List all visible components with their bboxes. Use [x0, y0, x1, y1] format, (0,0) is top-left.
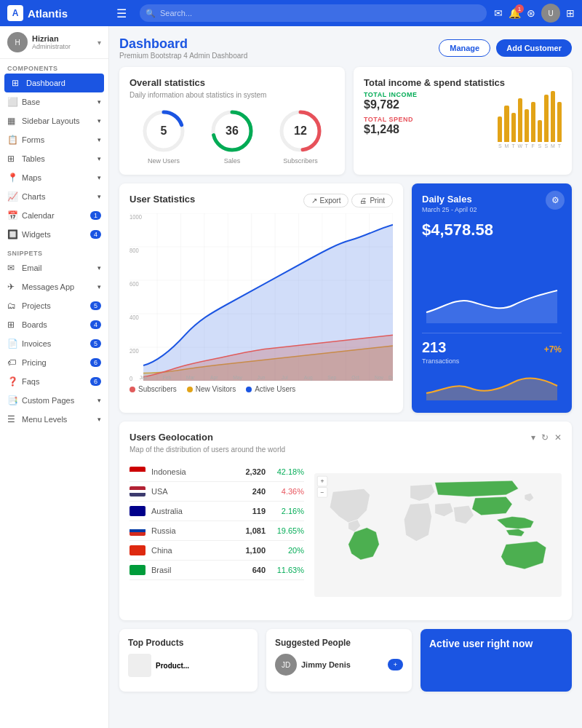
stat-circles: 5 New Users 36 Sales [129, 108, 335, 165]
export-button[interactable]: ↗ Export [303, 194, 349, 207]
app-brand[interactable]: A Atlantis [7, 5, 116, 21]
layers-nav-icon[interactable]: ⊛ [527, 7, 535, 19]
logo-letter: A [12, 8, 19, 18]
daily-sales-card: ⚙ Daily Sales March 25 - April 02 $4,578… [412, 183, 572, 413]
sidebar-item-widgets-label: Widgets [22, 230, 51, 239]
income-content: TOTAL INCOME $9,782 TOTAL SPEND $1,248 S… [364, 91, 562, 149]
sidebar-item-custom-pages[interactable]: 📑 Custom Pages ▾ [0, 391, 108, 410]
svg-text:Jan: Jan [140, 375, 148, 380]
daily-sales-date: March 25 - April 02 [422, 206, 562, 213]
bar-label-item: T [525, 143, 529, 149]
stats-row: Overall statistics Daily information abo… [119, 67, 572, 175]
messages-app-arrow-icon: ▾ [97, 283, 101, 290]
user-stats-buttons: ↗ Export 🖨 Print [303, 194, 393, 207]
sidebar-user-arrow: ▾ [97, 39, 101, 47]
bar-label-item: S [498, 143, 502, 149]
sidebar-item-boards[interactable]: ⊞ Boards 4 [0, 315, 108, 334]
sidebar-item-messages-app[interactable]: ✈ Messages App ▾ [0, 277, 108, 296]
country-australia: Australia [151, 507, 231, 515]
email-nav-icon[interactable]: ✉ [494, 7, 503, 19]
user-avatar[interactable]: U [541, 4, 560, 23]
total-spend-value: $1,248 [364, 123, 489, 136]
sidebar-item-tables[interactable]: ⊞ Tables ▾ [0, 149, 108, 168]
overall-stats-title: Overall statistics [129, 77, 335, 88]
sidebar-item-maps[interactable]: 📍 Maps ▾ [0, 168, 108, 187]
bar-item [544, 95, 549, 142]
app-logo: A [7, 5, 23, 21]
bar-item [498, 116, 502, 142]
custom-pages-arrow-icon: ▾ [97, 397, 101, 404]
notification-nav-icon[interactable]: 🔔 1 [509, 7, 521, 19]
transactions-change: +7% [544, 344, 562, 355]
subscribers-label: Subscribers [283, 157, 318, 165]
sidebar-item-base[interactable]: ⬜ Base ▾ [0, 92, 108, 111]
forms-icon: 📋 [7, 135, 17, 145]
pct-usa: 4.36% [271, 487, 304, 496]
top-navbar: A Atlantis ☰ 🔍 ✉ 🔔 1 ⊛ U ⊞ [0, 0, 582, 26]
sidebar-item-pricing[interactable]: 🏷 Pricing 6 [0, 353, 108, 372]
search-input[interactable] [140, 4, 487, 22]
search-bar[interactable]: 🔍 [140, 4, 487, 22]
sales-value: 36 [226, 124, 239, 138]
geolocation-card: Users Geolocation ▾ ↻ ✕ Map of the distr… [119, 422, 572, 620]
geo-row-australia: Australia 119 2.16% [129, 502, 304, 521]
geo-collapse-icon[interactable]: ▾ [531, 432, 535, 443]
manage-button[interactable]: Manage [439, 39, 490, 57]
country-brasil: Brasil [151, 566, 231, 574]
sidebar-item-widgets[interactable]: 🔲 Widgets 4 [0, 225, 108, 244]
email-arrow-icon: ▾ [97, 264, 101, 272]
sidebar-item-calendar[interactable]: 📅 Calendar 1 [0, 206, 108, 225]
country-indonesia: Indonesia [151, 467, 231, 476]
legend-new-visitors-dot [187, 387, 193, 392]
grid-nav-icon[interactable]: ⊞ [566, 7, 575, 19]
hamburger-icon[interactable]: ☰ [116, 7, 127, 20]
legend-active-users: Active Users [246, 385, 295, 393]
header-buttons: Manage Add Customer [439, 39, 572, 57]
sidebar-user[interactable]: H Hizrian Administrator ▾ [0, 26, 108, 59]
sidebar-item-email[interactable]: ✉ Email ▾ [0, 258, 108, 277]
svg-text:200: 200 [129, 348, 139, 355]
sidebar-item-email-label: Email [22, 264, 42, 272]
messages-app-icon: ✈ [7, 282, 17, 292]
sidebar-item-forms[interactable]: 📋 Forms ▾ [0, 130, 108, 149]
subscribers-circle: 12 [277, 108, 324, 154]
count-russia: 1,081 [236, 526, 266, 535]
transactions-row: 213 +7% [422, 339, 562, 356]
sidebar-item-invoices[interactable]: 📄 Invoices 5 [0, 334, 108, 353]
invoices-icon: 📄 [7, 339, 17, 349]
faqs-icon: ❓ [7, 376, 17, 387]
charts-icon: 📈 [7, 191, 17, 202]
count-usa: 240 [236, 487, 266, 496]
bar-label-item: T [557, 143, 562, 149]
product-item-1: Product... [128, 654, 249, 677]
top-products-title: Top Products [128, 638, 249, 648]
sidebar-item-charts[interactable]: 📈 Charts ▾ [0, 187, 108, 206]
product-name-1: Product... [156, 662, 189, 670]
sidebar-item-sidebar-layouts[interactable]: ▦ Sidebar Layouts ▾ [0, 111, 108, 130]
pct-china: 20% [271, 546, 304, 555]
page-title: Dashboard [119, 36, 247, 52]
sidebar-item-menu-levels[interactable]: ☰ Menu Levels ▾ [0, 410, 108, 429]
print-button[interactable]: 🖨 Print [351, 194, 393, 207]
sidebar-item-projects[interactable]: 🗂 Projects 5 [0, 296, 108, 315]
transactions-count: 213 [422, 339, 446, 356]
follow-button-jimmy[interactable]: + [388, 659, 403, 670]
suggested-people-title: Suggested People [275, 638, 403, 648]
legend-active-users-dot [246, 387, 252, 392]
add-customer-button[interactable]: Add Customer [496, 39, 572, 57]
bar-item [557, 102, 562, 142]
overall-statistics-card: Overall statistics Daily information abo… [119, 67, 345, 175]
daily-sales-title: Daily Sales [422, 194, 562, 205]
sidebar-item-faqs[interactable]: ❓ Faqs 6 [0, 372, 108, 391]
search-icon: 🔍 [146, 9, 156, 18]
navbar-icons: ✉ 🔔 1 ⊛ U ⊞ [494, 4, 575, 23]
geo-refresh-icon[interactable]: ↻ [541, 432, 549, 443]
active-users-title: Active user right now [429, 638, 563, 649]
flag-brasil [129, 565, 146, 575]
custom-pages-icon: 📑 [7, 395, 17, 405]
world-map-svg: + − [314, 462, 562, 608]
sidebar-item-dashboard[interactable]: ⊞ Dashboard [4, 74, 104, 92]
geo-close-icon[interactable]: ✕ [554, 432, 562, 443]
bar-item [511, 113, 516, 142]
legend-active-users-label: Active Users [255, 385, 295, 393]
